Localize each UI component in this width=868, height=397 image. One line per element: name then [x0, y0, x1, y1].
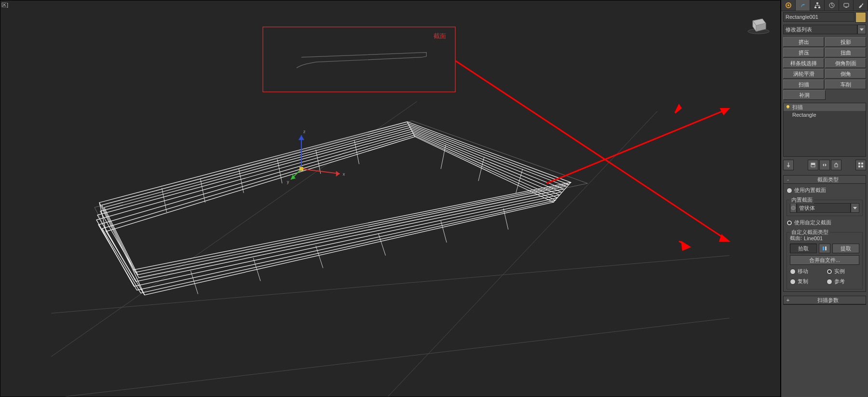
svg-marker-71: [853, 207, 857, 209]
object-color-swatch[interactable]: [855, 12, 866, 23]
svg-rect-59: [845, 7, 847, 8]
svg-rect-65: [858, 163, 860, 164]
btn-lathe[interactable]: 车削: [825, 80, 866, 89]
btn-spline-select[interactable]: 样条线选择: [783, 58, 824, 68]
tab-utilities[interactable]: [854, 0, 868, 11]
make-unique-icon[interactable]: [819, 160, 830, 170]
radio-instance[interactable]: 实例: [827, 268, 859, 275]
svg-line-28: [253, 258, 260, 281]
stack-toolbar: [783, 160, 866, 170]
svg-rect-58: [844, 3, 849, 7]
stack-item-rectangle[interactable]: Rectangle: [784, 111, 866, 119]
svg-marker-60: [860, 28, 864, 31]
modifier-buttons-grid: 挤出 投影 挤压 扭曲 样条线选择 倒角剖面 涡轮平滑 倒角 扫描 车削 补洞: [783, 37, 866, 100]
command-panel: 修改器列表 挤出 投影 挤压 扭曲 样条线选择 倒角剖面 涡轮平滑 倒角 扫描 …: [781, 0, 868, 397]
svg-point-61: [787, 105, 789, 108]
btn-extract-section[interactable]: 提取: [832, 244, 859, 253]
tab-modify[interactable]: [796, 0, 810, 11]
svg-text:y: y: [287, 179, 289, 184]
svg-rect-64: [811, 163, 815, 165]
svg-rect-54: [816, 2, 818, 4]
stack-item-sweep[interactable]: 扫描: [784, 103, 866, 111]
builtin-section-dropdown[interactable]: 管状体: [797, 203, 851, 213]
btn-twist[interactable]: 扭曲: [825, 48, 866, 57]
svg-marker-12: [102, 135, 556, 293]
command-panel-tabs: [781, 0, 868, 11]
bulb-icon[interactable]: [786, 105, 790, 110]
radio-icon: [790, 279, 796, 285]
radio-copy[interactable]: 复制: [790, 278, 823, 285]
btn-squeeze[interactable]: 挤压: [783, 48, 824, 57]
btn-turbo-smooth[interactable]: 涡轮平滑: [783, 69, 824, 79]
svg-marker-6: [102, 123, 569, 272]
btn-extrude[interactable]: 挤出: [783, 37, 824, 47]
btn-cap-holes[interactable]: 补洞: [783, 90, 826, 100]
radio-icon: [827, 269, 832, 274]
svg-rect-72: [823, 246, 824, 250]
btn-chamfer-section[interactable]: 倒角剖面: [825, 58, 866, 68]
radio-label: 移动: [798, 268, 808, 275]
object-name-field[interactable]: [783, 12, 854, 22]
show-end-result-icon[interactable]: [808, 160, 818, 170]
configure-modifier-sets-icon[interactable]: [855, 160, 866, 170]
btn-merge-from-file[interactable]: 合并自文件...: [790, 255, 859, 265]
collapse-icon: -: [786, 177, 790, 182]
rollout-title: 截面类型: [792, 176, 864, 183]
builtin-section-swatch[interactable]: [790, 203, 797, 213]
svg-rect-43: [263, 27, 455, 92]
remove-modifier-icon[interactable]: [831, 160, 841, 170]
svg-rect-66: [861, 163, 863, 164]
btn-pick-section[interactable]: 拾取: [790, 244, 817, 253]
svg-line-46: [547, 109, 729, 183]
tab-create[interactable]: [781, 0, 796, 11]
svg-rect-56: [818, 7, 820, 8]
radio-use-builtin[interactable]: 使用内置截面: [787, 187, 863, 194]
expand-icon: +: [786, 297, 790, 303]
btn-chamfer[interactable]: 倒角: [825, 69, 866, 79]
tab-hierarchy[interactable]: [810, 0, 825, 11]
btn-section-tool-icon[interactable]: [819, 244, 830, 253]
viewport[interactable]: 区]: [0, 0, 781, 397]
radio-label: 参考: [834, 278, 845, 285]
radio-label: 使用自定义截面: [794, 219, 831, 226]
svg-line-31: [441, 221, 447, 243]
stack-item-label: Rectangle: [792, 112, 816, 118]
radio-icon: [827, 279, 832, 285]
svg-marker-47: [721, 109, 729, 114]
svg-text:z: z: [303, 129, 306, 134]
radio-label: 复制: [798, 278, 808, 285]
rollout-header-section-type[interactable]: - 截面类型: [784, 176, 866, 184]
svg-marker-45: [720, 235, 729, 241]
modifier-list-dropdown[interactable]: 修改器列表: [783, 25, 857, 34]
group-builtin-section: 内置截面 管状体: [787, 200, 863, 216]
pin-stack-icon[interactable]: [783, 160, 794, 170]
modifier-list-arrow[interactable]: [857, 25, 866, 34]
rollout-sweep-params: + 扫描参数: [783, 296, 866, 305]
radio-icon: [787, 220, 792, 226]
svg-rect-62: [787, 108, 788, 109]
tab-motion[interactable]: [825, 0, 839, 11]
section-value: Line001: [804, 235, 823, 241]
rollout-title: 扫描参数: [792, 297, 864, 304]
svg-rect-67: [858, 165, 860, 167]
dropdown-arrow-icon[interactable]: [851, 203, 859, 213]
svg-rect-68: [861, 165, 863, 167]
group-title: 内置截面: [790, 196, 814, 204]
svg-line-27: [191, 271, 198, 294]
radio-move[interactable]: 移动: [790, 268, 823, 275]
radio-use-custom[interactable]: 使用自定义截面: [787, 219, 863, 226]
tab-display[interactable]: [839, 0, 854, 11]
svg-marker-11: [98, 133, 557, 290]
radio-label: 实例: [834, 268, 845, 275]
modifier-stack[interactable]: 扫描 Rectangle: [783, 103, 866, 157]
svg-rect-42: [299, 167, 303, 171]
svg-marker-34: [336, 171, 340, 177]
btn-sweep[interactable]: 扫描: [783, 80, 824, 89]
scene-wireframe: x y z 截面: [0, 0, 780, 397]
btn-project[interactable]: 投影: [825, 37, 866, 47]
svg-point-69: [791, 206, 795, 210]
rollout-header-sweep-params[interactable]: + 扫描参数: [784, 296, 866, 304]
viewcube[interactable]: [746, 15, 771, 34]
rollout-section-type: - 截面类型 使用内置截面 内置截面 管状体: [783, 175, 866, 292]
radio-reference[interactable]: 参考: [827, 278, 859, 285]
